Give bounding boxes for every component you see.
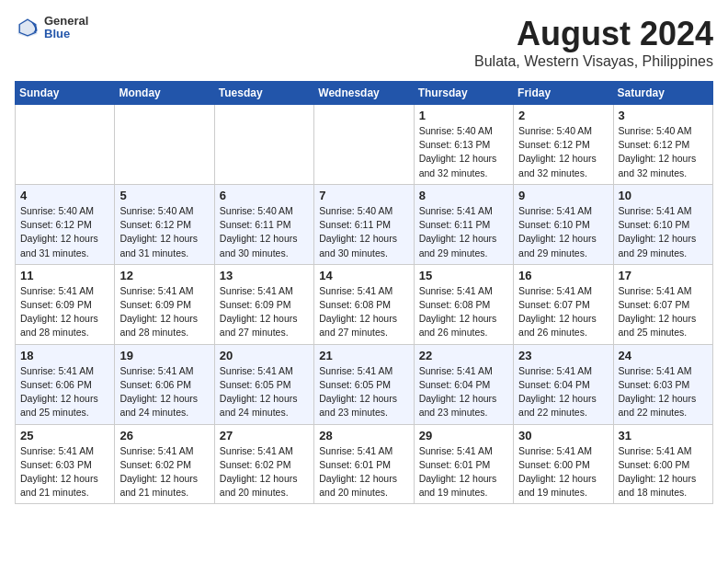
day-info: Sunrise: 5:41 AM Sunset: 6:05 PM Dayligh…	[220, 364, 309, 420]
day-info: Sunrise: 5:41 AM Sunset: 6:07 PM Dayligh…	[619, 284, 708, 340]
day-number: 6	[220, 189, 309, 202]
day-number: 10	[619, 189, 708, 202]
day-info: Sunrise: 5:41 AM Sunset: 6:03 PM Dayligh…	[619, 364, 708, 420]
calendar-cell: 25Sunrise: 5:41 AM Sunset: 6:03 PM Dayli…	[16, 424, 115, 504]
day-info: Sunrise: 5:41 AM Sunset: 6:03 PM Dayligh…	[20, 444, 109, 500]
week-row-2: 4Sunrise: 5:40 AM Sunset: 6:12 PM Daylig…	[16, 184, 713, 264]
day-number: 15	[419, 269, 508, 282]
logo: General Blue	[15, 15, 88, 41]
calendar-cell	[16, 105, 115, 185]
day-info: Sunrise: 5:41 AM Sunset: 6:10 PM Dayligh…	[619, 204, 708, 260]
day-number: 30	[518, 429, 608, 442]
day-info: Sunrise: 5:41 AM Sunset: 6:10 PM Dayligh…	[518, 204, 608, 260]
day-number: 1	[419, 109, 508, 122]
day-info: Sunrise: 5:40 AM Sunset: 6:12 PM Dayligh…	[20, 204, 109, 260]
calendar-cell: 14Sunrise: 5:41 AM Sunset: 6:08 PM Dayli…	[314, 264, 414, 344]
day-number: 13	[220, 269, 309, 282]
day-number: 12	[119, 269, 209, 282]
day-info: Sunrise: 5:41 AM Sunset: 6:08 PM Dayligh…	[419, 284, 508, 340]
calendar-cell: 27Sunrise: 5:41 AM Sunset: 6:02 PM Dayli…	[214, 424, 313, 504]
day-number: 21	[319, 349, 408, 362]
week-row-5: 25Sunrise: 5:41 AM Sunset: 6:03 PM Dayli…	[16, 424, 713, 504]
calendar-cell: 26Sunrise: 5:41 AM Sunset: 6:02 PM Dayli…	[115, 424, 214, 504]
week-row-1: 1Sunrise: 5:40 AM Sunset: 6:13 PM Daylig…	[16, 105, 713, 185]
day-info: Sunrise: 5:41 AM Sunset: 6:01 PM Dayligh…	[419, 444, 508, 500]
calendar-cell: 23Sunrise: 5:41 AM Sunset: 6:04 PM Dayli…	[514, 344, 613, 424]
calendar-cell: 24Sunrise: 5:41 AM Sunset: 6:03 PM Dayli…	[613, 344, 712, 424]
calendar-cell: 18Sunrise: 5:41 AM Sunset: 6:06 PM Dayli…	[16, 344, 115, 424]
day-number: 5	[119, 189, 209, 202]
day-info: Sunrise: 5:40 AM Sunset: 6:12 PM Dayligh…	[518, 124, 608, 180]
calendar-body: 1Sunrise: 5:40 AM Sunset: 6:13 PM Daylig…	[16, 105, 713, 504]
calendar-cell: 17Sunrise: 5:41 AM Sunset: 6:07 PM Dayli…	[613, 264, 712, 344]
header-row: SundayMondayTuesdayWednesdayThursdayFrid…	[16, 82, 713, 105]
day-number: 22	[419, 349, 508, 362]
calendar-cell: 8Sunrise: 5:41 AM Sunset: 6:11 PM Daylig…	[414, 184, 513, 264]
day-number: 28	[319, 429, 408, 442]
day-number: 23	[518, 349, 608, 362]
calendar-cell: 13Sunrise: 5:41 AM Sunset: 6:09 PM Dayli…	[214, 264, 313, 344]
day-number: 31	[619, 429, 708, 442]
day-number: 11	[20, 269, 109, 282]
calendar-table: SundayMondayTuesdayWednesdayThursdayFrid…	[15, 81, 713, 504]
calendar-cell	[214, 105, 313, 185]
logo-blue-text: Blue	[44, 28, 88, 40]
day-number: 19	[119, 349, 209, 362]
calendar-cell: 28Sunrise: 5:41 AM Sunset: 6:01 PM Dayli…	[314, 424, 414, 504]
day-info: Sunrise: 5:41 AM Sunset: 6:06 PM Dayligh…	[20, 364, 109, 420]
calendar-cell: 12Sunrise: 5:41 AM Sunset: 6:09 PM Dayli…	[115, 264, 214, 344]
logo-icon	[15, 15, 40, 40]
day-info: Sunrise: 5:41 AM Sunset: 6:02 PM Dayligh…	[220, 444, 309, 500]
calendar-cell: 9Sunrise: 5:41 AM Sunset: 6:10 PM Daylig…	[514, 184, 613, 264]
calendar-cell	[115, 105, 214, 185]
day-info: Sunrise: 5:40 AM Sunset: 6:12 PM Dayligh…	[619, 124, 708, 180]
day-number: 25	[20, 429, 109, 442]
week-row-4: 18Sunrise: 5:41 AM Sunset: 6:06 PM Dayli…	[16, 344, 713, 424]
calendar-header: SundayMondayTuesdayWednesdayThursdayFrid…	[16, 82, 713, 105]
day-info: Sunrise: 5:41 AM Sunset: 6:08 PM Dayligh…	[319, 284, 408, 340]
calendar-cell: 2Sunrise: 5:40 AM Sunset: 6:12 PM Daylig…	[514, 105, 613, 185]
logo-general-text: General	[44, 15, 88, 28]
calendar-cell: 10Sunrise: 5:41 AM Sunset: 6:10 PM Dayli…	[613, 184, 712, 264]
day-info: Sunrise: 5:41 AM Sunset: 6:00 PM Dayligh…	[518, 444, 608, 500]
day-number: 9	[518, 189, 608, 202]
header-day-wednesday: Wednesday	[314, 82, 414, 105]
day-number: 16	[518, 269, 608, 282]
day-info: Sunrise: 5:41 AM Sunset: 6:06 PM Dayligh…	[119, 364, 209, 420]
calendar-cell: 5Sunrise: 5:40 AM Sunset: 6:12 PM Daylig…	[115, 184, 214, 264]
day-number: 24	[619, 349, 708, 362]
day-number: 29	[419, 429, 508, 442]
day-info: Sunrise: 5:41 AM Sunset: 6:04 PM Dayligh…	[518, 364, 608, 420]
calendar-cell: 29Sunrise: 5:41 AM Sunset: 6:01 PM Dayli…	[414, 424, 513, 504]
subtitle: Bulata, Western Visayas, Philippines	[474, 53, 713, 70]
day-number: 27	[220, 429, 309, 442]
day-number: 26	[119, 429, 209, 442]
day-info: Sunrise: 5:41 AM Sunset: 6:09 PM Dayligh…	[20, 284, 109, 340]
day-info: Sunrise: 5:41 AM Sunset: 6:09 PM Dayligh…	[119, 284, 209, 340]
day-info: Sunrise: 5:40 AM Sunset: 6:13 PM Dayligh…	[419, 124, 508, 180]
day-info: Sunrise: 5:41 AM Sunset: 6:01 PM Dayligh…	[319, 444, 408, 500]
calendar-cell: 30Sunrise: 5:41 AM Sunset: 6:00 PM Dayli…	[514, 424, 613, 504]
calendar-cell: 11Sunrise: 5:41 AM Sunset: 6:09 PM Dayli…	[16, 264, 115, 344]
calendar-cell: 4Sunrise: 5:40 AM Sunset: 6:12 PM Daylig…	[16, 184, 115, 264]
calendar-cell: 15Sunrise: 5:41 AM Sunset: 6:08 PM Dayli…	[414, 264, 513, 344]
header-day-saturday: Saturday	[613, 82, 712, 105]
calendar-cell: 19Sunrise: 5:41 AM Sunset: 6:06 PM Dayli…	[115, 344, 214, 424]
day-info: Sunrise: 5:41 AM Sunset: 6:09 PM Dayligh…	[220, 284, 309, 340]
calendar-cell: 31Sunrise: 5:41 AM Sunset: 6:00 PM Dayli…	[613, 424, 712, 504]
calendar-cell: 20Sunrise: 5:41 AM Sunset: 6:05 PM Dayli…	[214, 344, 313, 424]
calendar-cell: 16Sunrise: 5:41 AM Sunset: 6:07 PM Dayli…	[514, 264, 613, 344]
header-day-thursday: Thursday	[414, 82, 513, 105]
header-day-sunday: Sunday	[16, 82, 115, 105]
day-number: 3	[619, 109, 708, 122]
main-title: August 2024	[474, 15, 713, 53]
day-number: 7	[319, 189, 408, 202]
day-number: 18	[20, 349, 109, 362]
header-day-monday: Monday	[115, 82, 214, 105]
calendar-cell: 3Sunrise: 5:40 AM Sunset: 6:12 PM Daylig…	[613, 105, 712, 185]
calendar-cell: 7Sunrise: 5:40 AM Sunset: 6:11 PM Daylig…	[314, 184, 414, 264]
day-info: Sunrise: 5:40 AM Sunset: 6:12 PM Dayligh…	[119, 204, 209, 260]
calendar-cell	[314, 105, 414, 185]
day-number: 2	[518, 109, 608, 122]
header-day-tuesday: Tuesday	[214, 82, 313, 105]
